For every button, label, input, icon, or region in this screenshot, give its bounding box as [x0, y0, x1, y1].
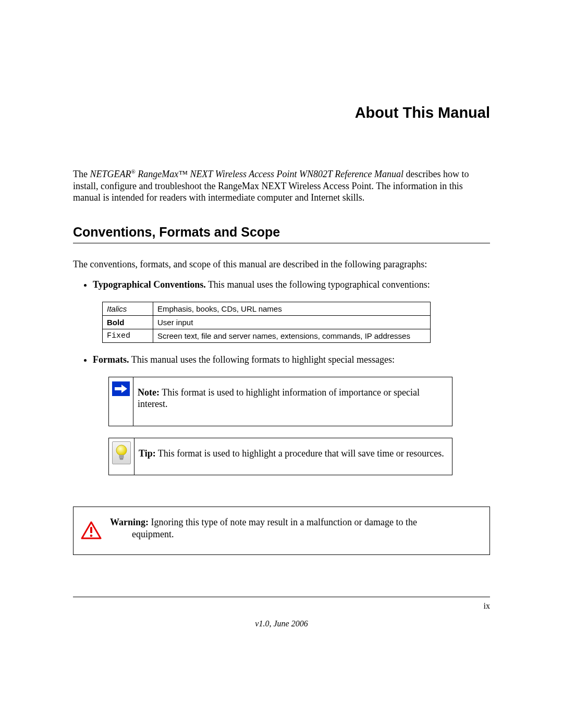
note-box: Note: This format is used to highlight i… [108, 377, 452, 426]
tip-label: Tip: [139, 448, 156, 459]
svg-rect-4 [120, 458, 123, 460]
bullet1-label: Typographical Conventions. [93, 279, 206, 290]
section-rule [73, 243, 490, 243]
intro-paragraph: The NETGEAR® RangeMax™ NEXT Wireless Acc… [73, 168, 490, 204]
intro-brand-pre: NETGEAR [90, 169, 131, 179]
intro-brand-post: RangeMax™ NEXT Wireless Access Point WN8… [136, 169, 403, 179]
version-line: v1.0, June 2006 [73, 619, 490, 628]
table-row: Bold User input [103, 315, 431, 329]
bullet-formats: Formats. This manual uses the following … [93, 354, 490, 476]
warning-label: Warning: [110, 517, 149, 527]
lightbulb-icon [112, 441, 131, 464]
note-text: This format is used to highlight informa… [138, 387, 420, 410]
svg-rect-6 [90, 527, 92, 533]
tip-icon-cell [109, 438, 134, 475]
note-label: Note: [138, 387, 160, 398]
table-row: Fixed Screen text, file and server names… [103, 329, 431, 342]
tip-box: Tip: This format is used to highlight a … [108, 438, 452, 476]
svg-point-1 [116, 445, 127, 455]
svg-marker-0 [115, 385, 127, 393]
conv-desc-italics: Emphasis, books, CDs, URL names [153, 302, 431, 315]
registered-symbol: ® [131, 168, 135, 175]
conv-desc-fixed: Screen text, file and server names, exte… [153, 329, 431, 342]
conv-desc-bold: User input [153, 315, 431, 329]
section-heading: Conventions, Formats and Scope [73, 225, 490, 240]
arrow-icon [112, 381, 130, 396]
tip-text: This format is used to highlight a proce… [156, 448, 444, 459]
svg-rect-2 [119, 455, 124, 456]
note-icon-cell [109, 377, 133, 426]
svg-point-7 [90, 535, 93, 537]
intro-prefix: The [73, 169, 90, 179]
conv-key-fixed: Fixed [103, 329, 153, 342]
conv-key-italics: Italics [103, 302, 153, 315]
bullet2-label: Formats. [93, 354, 129, 365]
section-intro: The conventions, formats, and scope of t… [73, 259, 490, 270]
bullet2-text: This manual uses the following formats t… [129, 354, 395, 365]
warning-icon-cell [74, 507, 106, 554]
conventions-table: Italics Emphasis, books, CDs, URL names … [102, 302, 431, 343]
bullet-typographical: Typographical Conventions. This manual u… [93, 279, 490, 343]
svg-rect-3 [119, 456, 124, 458]
bullet-list: Typographical Conventions. This manual u… [73, 279, 490, 476]
note-text-cell: Note: This format is used to highlight i… [133, 377, 452, 426]
conv-key-bold: Bold [103, 315, 153, 329]
warning-text-cell: Warning: Ignoring this type of note may … [106, 507, 489, 554]
table-row: Italics Emphasis, books, CDs, URL names [103, 302, 431, 315]
warning-text-line2: equipment. [110, 528, 474, 540]
tip-text-cell: Tip: This format is used to highlight a … [134, 438, 452, 475]
warning-box: Warning: Ignoring this type of note may … [73, 507, 490, 555]
document-page: About This Manual The NETGEAR® RangeMax™… [0, 0, 563, 660]
page-number: ix [73, 601, 490, 611]
warning-triangle-icon [81, 521, 102, 540]
page-title: About This Manual [73, 104, 490, 121]
bullet1-text: This manual uses the following typograph… [206, 279, 430, 290]
warning-text: Ignoring this type of note may result in… [149, 517, 417, 527]
footer-rule [73, 597, 490, 597]
